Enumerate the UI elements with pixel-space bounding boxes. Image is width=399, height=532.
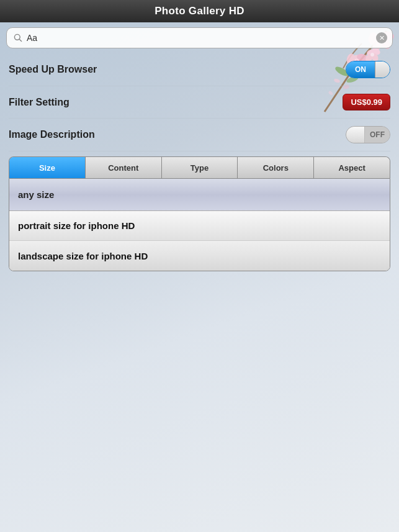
settings-area: Speed Up Browser ON Filter Setting US$0.… [0,53,399,151]
toggle-off-thumb [346,127,365,143]
picker-row-text-portrait: portrait size for iphone HD [18,220,135,231]
picker-row-landscape[interactable]: landscape size for iphone HD [9,241,390,271]
title-bar: Photo Gallery HD [0,0,399,22]
picker-row-text-landscape: landscape size for iphone HD [18,251,148,261]
speed-up-browser-toggle[interactable]: ON [346,61,390,78]
picker-row-portrait[interactable]: portrait size for iphone HD [9,211,390,241]
tab-colors[interactable]: Colors [238,157,314,178]
filter-setting-label: Filter Setting [9,97,69,108]
picker-container: any size portrait size for iphone HD lan… [9,178,390,271]
tab-type[interactable]: Type [162,157,238,178]
image-description-toggle[interactable]: OFF [346,126,390,143]
search-icon [13,33,23,43]
filter-setting-badge[interactable]: US$0.99 [343,94,390,110]
toggle-off-label: OFF [365,127,390,143]
search-input[interactable] [27,33,374,43]
tab-aspect[interactable]: Aspect [314,157,390,178]
tab-bar: Size Content Type Colors Aspect [9,156,390,178]
tab-size[interactable]: Size [9,157,86,178]
tab-content[interactable]: Content [86,157,162,178]
image-description-label: Image Description [9,129,95,140]
toggle-on-label: ON [346,61,375,78]
app-title: Photo Gallery HD [155,5,244,17]
setting-row-filter-setting: Filter Setting US$0.99 [9,86,390,119]
search-bar[interactable]: ✕ [6,27,393,48]
picker-row-text-any-size: any size [18,189,54,200]
setting-row-image-description: Image Description OFF [9,119,390,151]
setting-row-speed-up-browser: Speed Up Browser ON [9,53,390,86]
search-clear-button[interactable]: ✕ [376,32,387,43]
toggle-thumb [375,61,390,78]
search-bar-container: ✕ [0,22,399,53]
picker-row-any-size[interactable]: any size [9,179,390,211]
speed-up-browser-label: Speed Up Browser [9,64,97,75]
svg-line-25 [19,39,22,42]
